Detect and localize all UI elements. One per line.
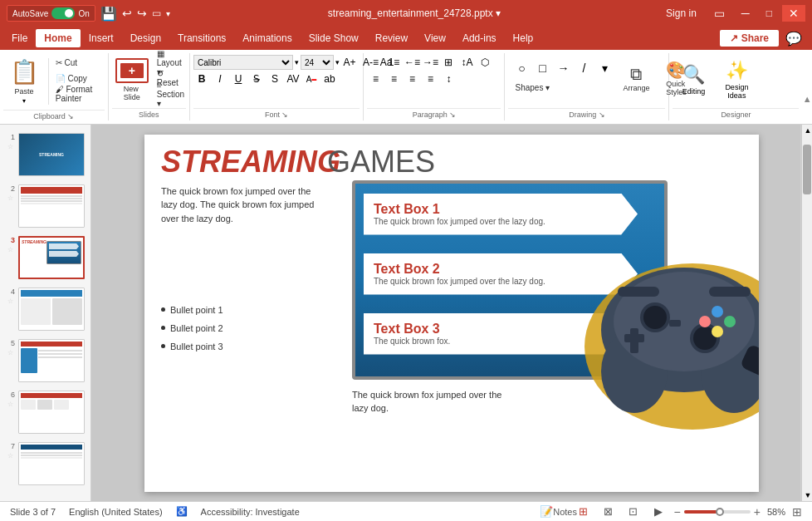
zoom-handle[interactable] [716, 508, 724, 516]
star-1[interactable]: ☆ [7, 143, 13, 150]
slide-thumb-2[interactable]: 2 ☆ [3, 183, 87, 229]
star-7[interactable]: ☆ [7, 452, 13, 460]
oval-shape-button[interactable]: ○ [511, 58, 531, 78]
scroll-thumb[interactable] [803, 145, 811, 194]
para-expand-btn[interactable]: ↘ [449, 111, 456, 119]
zoom-level[interactable]: 58% [767, 507, 785, 517]
slide-thumb-3[interactable]: 3 ☆ STREAMING [3, 234, 87, 281]
justify-button[interactable]: ≡ [422, 71, 438, 86]
highlight-button[interactable]: ab [321, 71, 338, 86]
ribbon-collapse-button[interactable]: ▲ [802, 53, 812, 120]
ribbon-display-button[interactable]: ▭ [707, 5, 731, 22]
arrange-button[interactable]: ⧉ Arrange [618, 58, 654, 100]
zoom-track[interactable] [684, 510, 751, 514]
slide-thumb-1[interactable]: 1 ☆ STREAMING [3, 131, 87, 178]
slide-thumbnail-1[interactable]: STREAMING [18, 133, 85, 176]
char-spacing-button[interactable]: AV [285, 71, 301, 86]
menu-animations[interactable]: Animations [234, 29, 300, 47]
drawing-expand-btn[interactable]: ↘ [599, 111, 605, 119]
slide-canvas[interactable]: STREAMING GAMES The quick brown fox jump… [144, 135, 759, 492]
decrease-indent-button[interactable]: ←≡ [404, 55, 420, 70]
menu-slideshow[interactable]: Slide Show [301, 29, 367, 47]
paste-button[interactable]: 📋 Paste ▾ [3, 55, 45, 108]
slide-thumb-5[interactable]: 5 ☆ [3, 337, 87, 384]
slide-show-button[interactable]: ▶ [649, 503, 668, 521]
increase-font-button[interactable]: A+ [341, 55, 358, 70]
slide-thumb-6[interactable]: 6 ☆ [3, 389, 87, 435]
line-shape-button[interactable]: / [574, 58, 594, 78]
menu-addins[interactable]: Add-ins [454, 29, 505, 47]
menu-file[interactable]: File [3, 29, 36, 47]
reading-view-button[interactable]: ⊡ [624, 503, 643, 521]
font-expand[interactable]: ▾ [295, 58, 299, 66]
clipboard-expand[interactable]: ↘ [67, 112, 74, 120]
menu-insert[interactable]: Insert [81, 29, 122, 47]
dropdown-icon[interactable]: ▾ [166, 9, 170, 18]
align-left-button[interactable]: ≡ [367, 71, 384, 86]
menu-home[interactable]: Home [36, 29, 80, 47]
rect-shape-button[interactable]: □ [532, 58, 552, 78]
menu-design[interactable]: Design [122, 29, 169, 47]
bold-button[interactable]: B [193, 71, 210, 86]
menu-transitions[interactable]: Transitions [169, 29, 234, 47]
strikethrough-button[interactable]: S̶ [248, 71, 265, 86]
paste-dropdown[interactable]: ▾ [22, 97, 26, 105]
new-slide-button[interactable]: + NewSlide [112, 55, 152, 105]
share-button[interactable]: ↗ Share [720, 30, 779, 47]
more-shapes-button[interactable]: ▾ [594, 58, 614, 78]
menu-review[interactable]: Review [367, 29, 416, 47]
scroll-up-button[interactable]: ▲ [802, 125, 812, 136]
comment-button[interactable]: 💬 [779, 27, 809, 50]
star-2[interactable]: ☆ [7, 194, 13, 202]
line-spacing-button[interactable]: ↕ [440, 71, 457, 86]
signin-button[interactable]: Sign in [658, 5, 704, 22]
shapes-label[interactable]: Shapes ▾ [511, 80, 614, 95]
notes-button[interactable]: 📝 Notes [550, 503, 568, 521]
slide-thumbnail-3[interactable]: STREAMING [18, 236, 85, 279]
layout-button[interactable]: ▦ Layout ▾ [154, 55, 188, 70]
customize-button[interactable]: ▭ [152, 7, 161, 19]
vertical-scrollbar[interactable]: ▲ ▼ [800, 125, 812, 501]
undo-button[interactable]: ↩ [122, 7, 132, 20]
normal-view-button[interactable]: ⊞ [575, 503, 593, 521]
menu-help[interactable]: Help [505, 29, 542, 47]
copy-button[interactable]: 📄 Copy [52, 71, 105, 86]
minimize-button[interactable]: ─ [735, 5, 756, 22]
star-5[interactable]: ☆ [7, 349, 13, 356]
font-size-select[interactable]: 24 [301, 55, 334, 70]
underline-button[interactable]: U [230, 71, 247, 86]
slide-thumbnail-5[interactable] [18, 339, 85, 382]
slide-thumb-4[interactable]: 4 ☆ [3, 286, 87, 332]
section-button[interactable]: ≡ Section ▾ [154, 86, 188, 101]
close-button[interactable]: ✕ [782, 5, 805, 22]
dropdown-icon[interactable]: ▾ [496, 7, 501, 19]
star-6[interactable]: ☆ [7, 401, 13, 408]
design-ideas-button[interactable]: ✨ DesignIdeas [716, 55, 757, 105]
numbers-button[interactable]: 1≡ [385, 55, 402, 70]
slide-thumbnail-4[interactable] [18, 288, 85, 331]
menu-view[interactable]: View [416, 29, 454, 47]
editing-button[interactable]: 🔍 Editing [673, 55, 714, 105]
increase-indent-button[interactable]: →≡ [422, 55, 438, 70]
columns-button[interactable]: ⊞ [440, 55, 457, 70]
align-center-button[interactable]: ≡ [385, 71, 402, 86]
arrow-shape-button[interactable]: → [553, 58, 573, 78]
bullets-button[interactable]: ≡ [367, 55, 384, 70]
slide-thumbnail-2[interactable] [18, 184, 85, 228]
slide-thumbnail-6[interactable] [18, 391, 85, 434]
autosave-button[interactable]: AutoSave On [7, 5, 95, 22]
slide-sorter-button[interactable]: ⊠ [599, 503, 618, 521]
format-painter-button[interactable]: 🖌 Format Painter [52, 86, 105, 101]
star-3[interactable]: ☆ [7, 246, 13, 253]
font-expand-btn[interactable]: ↘ [281, 111, 288, 119]
text-direction-button[interactable]: ↕A [458, 55, 475, 70]
zoom-in-button[interactable]: + [754, 505, 761, 519]
slide-thumb-7[interactable]: 7 ☆ [3, 440, 87, 487]
align-right-button[interactable]: ≡ [404, 71, 420, 86]
star-4[interactable]: ☆ [7, 297, 13, 305]
redo-button[interactable]: ↪ [137, 7, 147, 20]
convert-to-smartart-button[interactable]: ⬡ [477, 55, 493, 70]
fit-slide-button[interactable]: ⊞ [792, 505, 802, 519]
font-family-select[interactable]: Calibri [193, 55, 293, 70]
zoom-out-button[interactable]: − [674, 505, 681, 519]
